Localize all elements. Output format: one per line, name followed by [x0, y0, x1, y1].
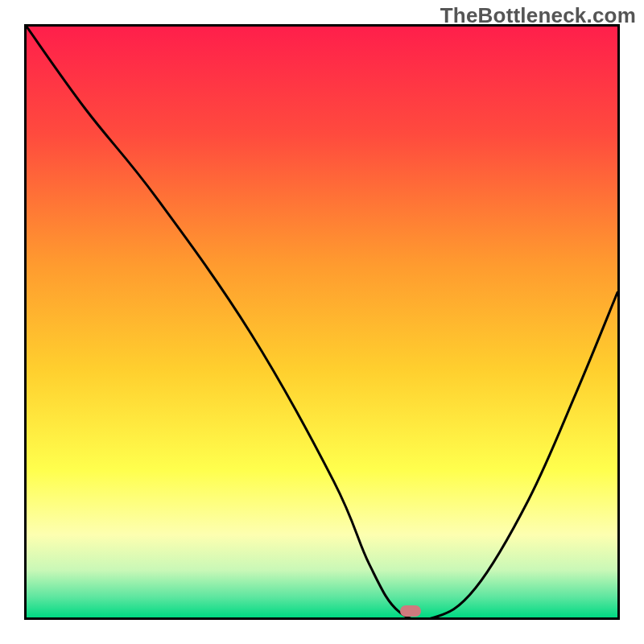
heat-gradient-background — [27, 27, 617, 617]
optimal-marker — [400, 605, 421, 617]
plot-area — [24, 24, 620, 620]
svg-rect-0 — [27, 27, 617, 617]
chart-stage: TheBottleneck.com — [0, 0, 644, 644]
